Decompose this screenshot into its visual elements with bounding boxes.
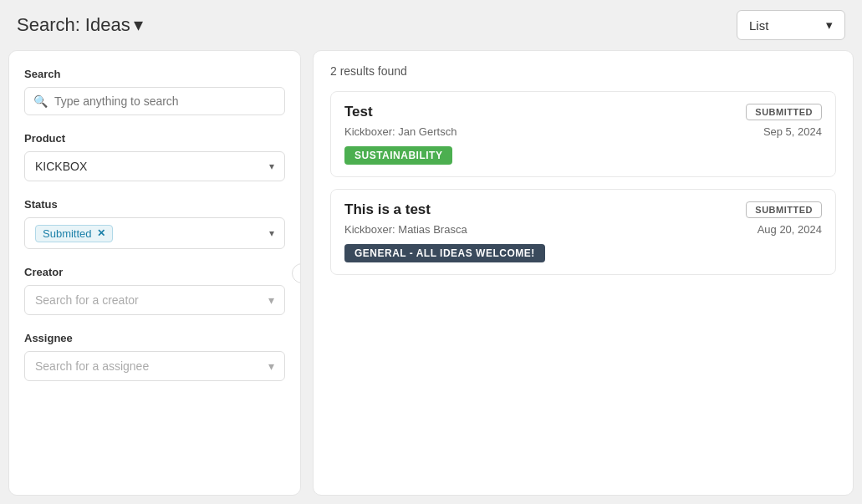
status-badge: SUBMITTED (746, 104, 822, 120)
assignee-placeholder: Search for a assignee (35, 359, 149, 373)
status-tag-label: Submitted (43, 227, 92, 240)
idea-date: Aug 20, 2024 (757, 223, 822, 236)
creator-label: Creator (24, 266, 285, 278)
results-panel: 2 results found Test SUBMITTED Kickboxer… (313, 50, 854, 496)
kickboxer-label: Kickboxer: Jan Gertsch (344, 125, 457, 138)
creator-dropdown[interactable]: Search for a creator ▾ (24, 285, 285, 315)
status-badge: SUBMITTED (746, 201, 822, 218)
search-icon: 🔍 (33, 94, 48, 108)
category-tag: SUSTAINABILITY (344, 146, 452, 165)
search-input[interactable] (54, 94, 276, 108)
idea-card-header: Test SUBMITTED (344, 104, 822, 120)
idea-card[interactable]: This is a test SUBMITTED Kickboxer: Mati… (330, 189, 836, 275)
top-bar: Search: Ideas ▾ List ▾ (0, 0, 862, 50)
search-label: Search (24, 68, 285, 80)
page-title: Search: Ideas ▾ (17, 14, 143, 36)
results-count: 2 results found (330, 64, 836, 78)
creator-chevron-icon: ▾ (268, 293, 274, 307)
sidebar-collapse-button[interactable]: ‹ (292, 263, 301, 283)
title-chevron-icon: ▾ (134, 14, 143, 36)
status-tag: Submitted ✕ (35, 225, 113, 242)
view-selector-chevron-icon: ▾ (826, 18, 833, 33)
idea-date: Sep 5, 2024 (763, 125, 822, 138)
view-selector-label: List (749, 18, 768, 33)
results-list: Test SUBMITTED Kickboxer: Jan Gertsch Se… (330, 91, 836, 275)
idea-card-header: This is a test SUBMITTED (344, 201, 822, 218)
assignee-dropdown[interactable]: Search for a assignee ▾ (24, 351, 285, 381)
assignee-section: Assignee Search for a assignee ▾ (24, 332, 285, 381)
creator-section: Creator Search for a creator ▾ (24, 266, 285, 315)
creator-placeholder: Search for a creator (35, 293, 139, 307)
product-chevron-icon: ▾ (269, 160, 274, 172)
main-content: ‹ Search 🔍 Product KICKBOX ▾ Status (0, 50, 862, 504)
product-value: KICKBOX (35, 160, 87, 173)
search-label: Search: (17, 14, 80, 36)
status-label: Status (24, 198, 285, 211)
view-selector-button[interactable]: List ▾ (737, 10, 845, 40)
idea-meta: Kickboxer: Jan Gertsch Sep 5, 2024 (344, 125, 822, 138)
assignee-chevron-icon: ▾ (268, 359, 274, 373)
idea-meta: Kickboxer: Matias Brasca Aug 20, 2024 (344, 223, 822, 236)
kickboxer-label: Kickboxer: Matias Brasca (344, 223, 467, 236)
idea-title: This is a test (344, 201, 431, 218)
sidebar: ‹ Search 🔍 Product KICKBOX ▾ Status (8, 50, 301, 496)
assignee-label: Assignee (24, 332, 285, 344)
idea-card[interactable]: Test SUBMITTED Kickboxer: Jan Gertsch Se… (330, 91, 836, 177)
status-section: Status Submitted ✕ ▾ (24, 198, 285, 249)
status-dropdown[interactable]: Submitted ✕ ▾ (24, 217, 285, 249)
product-dropdown[interactable]: KICKBOX ▾ (24, 151, 285, 181)
search-input-wrap[interactable]: 🔍 (24, 87, 285, 115)
status-remove-button[interactable]: ✕ (97, 227, 105, 239)
title-name: Ideas (85, 14, 130, 36)
status-chevron-icon: ▾ (269, 227, 274, 239)
category-tag: GENERAL - ALL IDEAS WELCOME! (344, 244, 545, 262)
product-label: Product (24, 132, 285, 145)
product-section: Product KICKBOX ▾ (24, 132, 285, 181)
idea-title: Test (344, 104, 373, 120)
title-dropdown[interactable]: Ideas ▾ (85, 14, 143, 36)
search-section: Search 🔍 (24, 68, 285, 115)
